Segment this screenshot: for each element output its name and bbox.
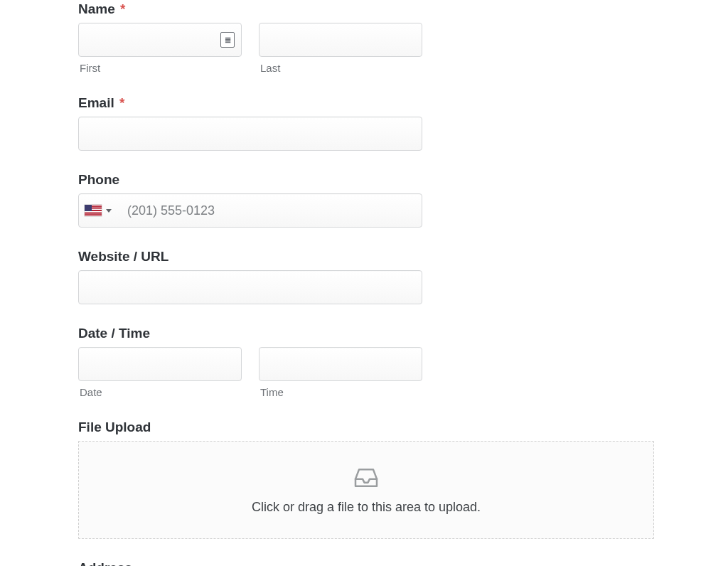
- date-sublabel: Date: [80, 386, 242, 398]
- file-upload-label: File Upload: [78, 420, 654, 435]
- website-input[interactable]: [78, 270, 422, 304]
- last-name-input[interactable]: [259, 23, 422, 57]
- datetime-label: Date / Time: [78, 326, 654, 341]
- first-name-input[interactable]: [78, 23, 242, 57]
- last-name-sublabel: Last: [260, 62, 422, 74]
- email-required-mark: *: [119, 95, 124, 110]
- name-label-text: Name: [78, 1, 115, 16]
- name-label: Name *: [78, 1, 654, 17]
- phone-input[interactable]: [78, 193, 422, 228]
- email-label: Email *: [78, 95, 654, 111]
- email-label-text: Email: [78, 95, 114, 110]
- phone-country-selector[interactable]: [78, 193, 118, 228]
- time-sublabel: Time: [260, 386, 422, 398]
- name-required-mark: *: [120, 1, 125, 16]
- website-label: Website / URL: [78, 249, 654, 265]
- dropzone-text: Click or drag a file to this area to upl…: [252, 500, 481, 515]
- us-flag-icon: [85, 205, 102, 216]
- email-input[interactable]: [78, 117, 422, 151]
- date-input[interactable]: [78, 347, 242, 381]
- inbox-icon: [352, 466, 380, 490]
- caret-down-icon: [106, 209, 112, 213]
- phone-label: Phone: [78, 172, 654, 188]
- file-upload-dropzone[interactable]: Click or drag a file to this area to upl…: [78, 441, 654, 539]
- first-name-sublabel: First: [80, 62, 242, 74]
- time-input[interactable]: [259, 347, 422, 381]
- address-label: Address: [78, 560, 654, 566]
